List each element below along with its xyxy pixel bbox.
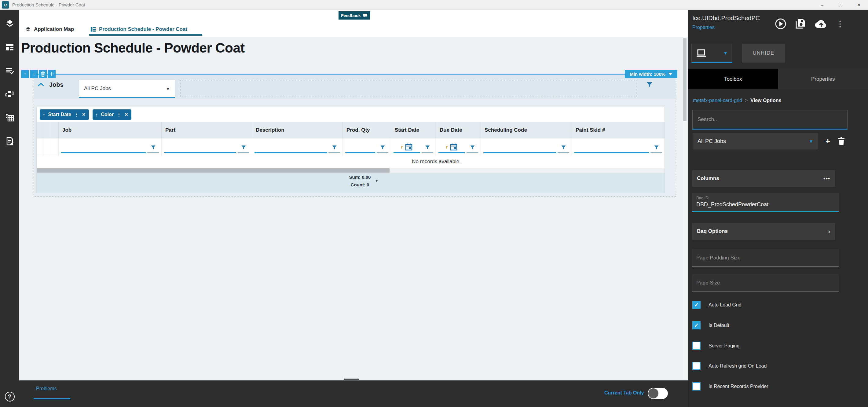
column-header-scheduling-code[interactable]: Scheduling Code [481,122,572,138]
page-padding-input[interactable] [692,249,839,267]
checkbox-box[interactable] [692,342,701,350]
filter-menu-button[interactable] [377,142,388,153]
sort-chip-color[interactable]: ↑ Color ⋮ ✕ [93,109,131,120]
column-header-paint-skid[interactable]: Paint Skid # [572,122,664,138]
page-size-input[interactable] [692,274,839,291]
trash-icon [41,71,45,77]
tab-properties[interactable]: Properties [778,69,868,89]
filter-input-description[interactable] [254,142,327,153]
sidebar-item-rules[interactable] [4,65,15,76]
funnel-icon [332,145,337,150]
move-icon [49,71,54,77]
feedback-button[interactable]: Feedback [339,11,370,20]
sidebar-item-functions[interactable] [4,89,15,100]
baq-id-field[interactable]: Baq ID DBD_ProdSchedPowderCoat [692,193,839,212]
sidebar-item-layouts[interactable] [4,41,15,53]
search-input[interactable] [693,110,847,129]
sort-chip-start-date[interactable]: ↑ Start Date ⋮ ✕ [40,109,89,120]
column-header-due-date[interactable]: Due Date [436,122,481,138]
move-up-button[interactable]: ↑ [21,70,29,78]
breadcrumb-separator: > [745,98,748,103]
cloud-upload-icon[interactable] [814,19,828,29]
view-selector-dropdown[interactable]: All PC Jobs ▼ [79,80,175,98]
filter-menu-button[interactable] [558,142,569,153]
jobs-panel[interactable]: Jobs All PC Jobs ▼ ↑ Start Date ⋮ [34,74,676,196]
checkbox-box[interactable]: ✓ [692,321,701,330]
filter-cell-prod-qty [343,138,391,156]
checkbox-server-paging[interactable]: Server Paging [692,342,739,350]
tab-production-schedule[interactable]: Production Schedule - Powder Coat [90,24,187,35]
more-vert-icon[interactable]: ⋮ [74,112,79,117]
properties-link[interactable]: Properties [692,25,760,30]
remove-sort-icon[interactable]: ✕ [124,112,128,117]
checkbox-box[interactable] [692,382,701,390]
checkbox-is-default[interactable]: ✓ Is Default [692,321,729,330]
filter-menu-button[interactable] [147,142,159,153]
baq-options-section[interactable]: Baq Options › [692,223,835,240]
problems-tab[interactable]: Problems [36,386,57,392]
filter-input-paint-skid[interactable] [575,142,649,153]
save-icon[interactable] [794,18,807,30]
column-header-part[interactable]: Part [162,122,252,138]
grid-copy-icon [5,113,15,123]
checkbox-is-recent-records-provider[interactable]: Is Recent Records Provider [692,382,768,390]
filter-menu-button[interactable] [467,142,478,153]
app-logo: e [2,1,9,8]
scrollbar-thumb[interactable] [37,168,390,173]
filter-input-scheduling-code[interactable] [483,142,556,153]
column-header-description[interactable]: Description [252,122,343,138]
filter-menu-button[interactable] [650,142,662,153]
move-component-button[interactable] [48,70,56,78]
checkbox-box[interactable]: ✓ [692,301,701,309]
preview-play-icon[interactable] [775,18,786,30]
sidebar-item-application-map[interactable] [4,18,15,29]
checkbox-box[interactable] [692,362,701,370]
filter-input-job[interactable] [61,142,146,153]
filter-input-part[interactable] [164,142,236,153]
more-vert-icon[interactable]: ⋮ [117,112,121,117]
column-header-start-date[interactable]: Start Date [391,122,436,138]
add-view-button[interactable]: + [826,137,830,145]
help-button[interactable]: ? [0,392,19,402]
current-tab-only-toggle[interactable] [648,388,668,399]
panel-resize-handle[interactable] [344,379,359,380]
min-width-badge[interactable]: Min width: 100% [625,70,677,78]
columns-section[interactable]: Columns ••• [692,170,835,187]
column-header-prod-qty[interactable]: Prod. Qty [343,122,391,138]
canvas-vertical-scrollbar[interactable] [683,37,687,379]
move-down-button[interactable]: ↓ [30,70,38,78]
filter-menu-button[interactable] [238,142,249,153]
remove-sort-icon[interactable]: ✕ [82,112,86,117]
grid-horizontal-scrollbar[interactable] [37,168,664,173]
tab-application-map[interactable]: Application Map [25,24,74,35]
delete-view-button[interactable] [838,137,845,145]
scrollbar-thumb[interactable] [683,38,686,121]
checkbox-auto-load-grid[interactable]: ✓ Auto Load Grid [692,301,742,309]
checkbox-auto-refresh-grid[interactable]: Auto Refresh grid On Load [692,362,767,370]
filter-input-prod-qty[interactable] [345,142,375,153]
filter-menu-button[interactable] [329,142,340,153]
unhide-button[interactable]: UNHIDE [742,44,785,63]
footer-caret-icon[interactable]: ▼ [363,180,391,182]
collapse-panel-button[interactable] [37,82,45,87]
breadcrumb-parent-link[interactable]: metafx-panel-card-grid [693,98,742,103]
column-header-job[interactable]: Job [59,122,162,138]
header-drop-zone[interactable] [181,80,637,97]
minimize-button[interactable]: – [813,0,831,9]
panel-filter-button[interactable] [646,81,653,88]
footer-sum: Sum: 0.00 [329,175,391,180]
date-filter-start-date[interactable]: r [394,142,420,153]
sidebar-item-data-views[interactable] [4,112,15,123]
sidebar-item-page-editor[interactable] [4,136,15,147]
ellipsis-icon[interactable]: ••• [824,176,830,182]
device-selector[interactable]: ▼ [691,44,732,63]
date-filter-due-date[interactable]: r [438,142,465,153]
flow-icon [5,89,15,99]
view-dropdown[interactable]: All PC Jobs ▼ [693,133,818,149]
kebab-menu-icon[interactable]: ⋮ [836,20,844,28]
tab-toolbox[interactable]: Toolbox [688,69,778,89]
close-button[interactable]: ✕ [850,0,868,9]
maximize-button[interactable]: ▢ [831,0,850,9]
filter-menu-button[interactable] [422,142,433,153]
delete-component-button[interactable] [39,70,47,78]
